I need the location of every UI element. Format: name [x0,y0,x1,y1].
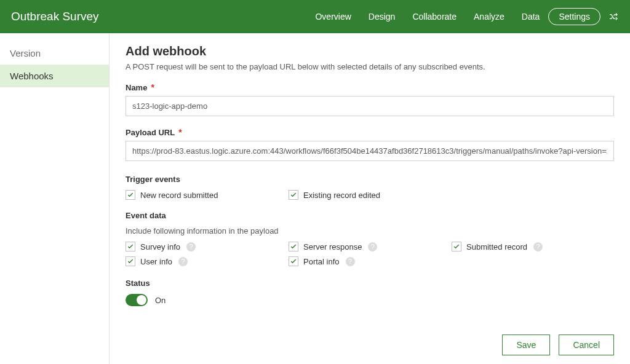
survey-title: Outbreak Survey [11,10,306,23]
required-indicator: * [178,127,181,137]
sidebar-item-version[interactable]: Version [0,42,109,65]
footer-buttons: Save Cancel [502,334,614,355]
status-value: On [155,296,165,305]
label-submitted-record: Submitted record [466,242,527,251]
top-nav: Overview Design Collaborate Analyze Data… [306,8,619,25]
name-input[interactable] [126,96,614,116]
checkbox-portal-info[interactable] [289,256,298,266]
nav-settings[interactable]: Settings [548,8,600,25]
name-label-text: Name [126,83,147,92]
nav-analyze[interactable]: Analyze [465,8,513,25]
checkbox-existing-record-edited[interactable] [289,190,298,200]
nav-collaborate[interactable]: Collaborate [404,8,465,25]
label-server-response: Server response [303,242,362,251]
help-icon[interactable]: ? [178,257,188,266]
name-label: Name * [126,82,614,92]
checkbox-submitted-record[interactable] [452,242,461,251]
toggle-knob [137,295,146,305]
checkbox-survey-info[interactable] [126,242,135,251]
status-toggle[interactable] [126,294,148,306]
help-icon[interactable]: ? [368,242,377,251]
label-user-info: User info [140,257,172,266]
cancel-button[interactable]: Cancel [559,334,614,355]
label-existing-record-edited: Existing record edited [303,191,380,200]
nav-design[interactable]: Design [360,8,404,25]
nav-overview[interactable]: Overview [306,8,359,25]
status-label: Status [126,279,614,288]
help-icon[interactable]: ? [186,242,196,251]
sidebar-item-webhooks[interactable]: Webhooks [0,65,109,87]
event-data-label: Event data [126,211,614,220]
page-description: A POST request will be sent to the paylo… [126,62,614,71]
checkbox-new-record-submitted[interactable] [126,190,135,200]
label-survey-info: Survey info [140,242,180,251]
app-header: Outbreak Survey Overview Design Collabor… [0,0,630,33]
save-button[interactable]: Save [502,334,550,355]
trigger-events-label: Trigger events [126,175,614,184]
label-portal-info: Portal info [303,257,340,266]
payload-url-label-text: Payload URL [126,128,175,137]
shuffle-icon[interactable] [608,11,619,22]
payload-url-input[interactable] [126,141,614,161]
settings-sidebar: Version Webhooks [0,33,110,364]
help-icon[interactable]: ? [346,257,355,266]
page-heading: Add webhook [126,44,614,58]
nav-data[interactable]: Data [513,8,549,25]
help-icon[interactable]: ? [533,242,543,251]
checkbox-server-response[interactable] [289,242,298,251]
payload-url-label: Payload URL * [126,127,614,137]
required-indicator: * [151,82,154,92]
label-new-record-submitted: New record submitted [140,191,218,200]
checkbox-user-info[interactable] [126,256,135,266]
event-data-sub: Include following information in the pay… [126,226,614,235]
main-panel: Add webhook A POST request will be sent … [110,33,630,364]
